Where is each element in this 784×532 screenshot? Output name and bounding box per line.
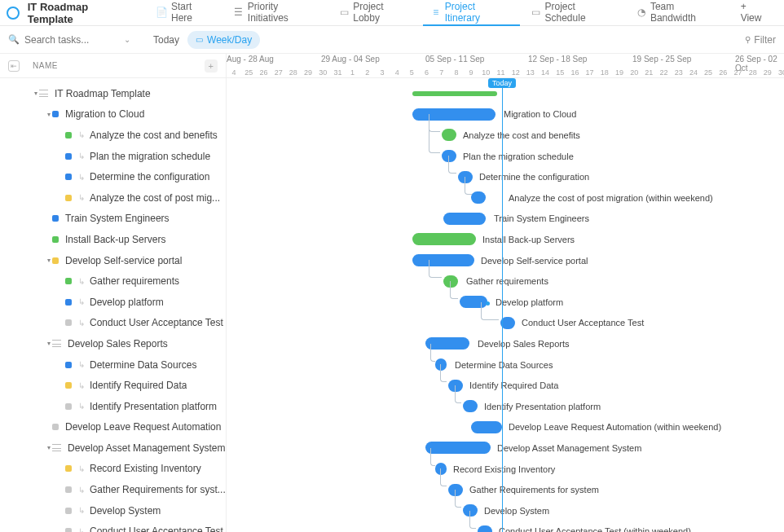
task-row[interactable]: ↳Determine Data Sources	[0, 354, 226, 376]
gantt-row: Gather requirements	[227, 270, 784, 292]
dependency-connector	[465, 177, 473, 195]
gantt-bar-label: Develop Asset Management System	[497, 443, 641, 453]
list-icon: ☰	[234, 7, 244, 17]
today-badge: Today	[488, 78, 516, 88]
add-view-button[interactable]: + View	[733, 0, 777, 26]
task-label: Develop Leave Request Automation	[65, 421, 221, 433]
task-row[interactable]: ▾Develop Sales Reports	[0, 333, 226, 354]
expand-toggle[interactable]: ▾	[46, 257, 52, 264]
dependency-connector	[440, 468, 447, 486]
task-label: Conduct User Acceptance Test	[90, 317, 223, 328]
task-row[interactable]: ▾Migration to Cloud	[0, 104, 226, 125]
gantt-bar[interactable]	[412, 108, 496, 121]
task-row[interactable]: ↳Develop System	[0, 500, 226, 521]
tab-label: Team Bandwidth	[650, 1, 721, 24]
dependency-connector	[440, 364, 447, 382]
filter-button[interactable]: ⚲ Filter	[745, 34, 776, 46]
task-label: Identify Presentation platform	[90, 401, 217, 412]
gantt-bar[interactable]	[412, 233, 476, 245]
gantt-row: Migration to Cloud	[227, 104, 784, 125]
gantt-bar[interactable]	[412, 91, 497, 96]
task-row[interactable]: Install Back-up Servers	[0, 229, 226, 250]
task-row[interactable]: ▾Develop Self-service portal	[0, 250, 226, 271]
tab-project-schedule[interactable]: ▭ Project Schedule	[523, 0, 625, 26]
add-column-button[interactable]: +	[205, 59, 218, 73]
task-row[interactable]: ↳Conduct User Acceptance Test	[0, 521, 226, 532]
task-row[interactable]: ↳Gather requirements	[0, 270, 226, 292]
today-button[interactable]: Today	[153, 34, 179, 46]
task-row[interactable]: ↳Gather Requirements for syst...	[0, 479, 226, 500]
task-row[interactable]: ↳Analyze the cost and benefits	[0, 125, 226, 146]
gantt-bar[interactable]	[443, 213, 486, 225]
task-row[interactable]: ↳Plan the migration schedule	[0, 146, 226, 167]
search-icon: 🔍	[8, 34, 20, 45]
weekday-toggle[interactable]: ▭ Week/Day	[187, 31, 260, 49]
task-label: Develop platform	[90, 297, 164, 308]
task-row[interactable]: ↳Determine the configuration	[0, 166, 226, 187]
gantt-row: Analyze the cost and benefits	[227, 125, 784, 146]
tab-team-bandwidth[interactable]: ◔ Team Bandwidth	[628, 0, 729, 26]
subtask-icon: ↳	[78, 319, 86, 328]
task-label: Analyze the cost of post mig...	[90, 192, 220, 204]
task-row[interactable]: ▾Develop Asset Management System	[0, 437, 226, 459]
weekday-label: Week/Day	[207, 34, 252, 46]
task-label: Determine Data Sources	[90, 359, 196, 371]
task-row[interactable]: ▾IT Roadmap Template	[0, 83, 226, 104]
gantt-bar[interactable]	[478, 525, 492, 532]
gantt-bar[interactable]	[463, 400, 478, 412]
toolbar: 🔍 ⌄ Today ▭ Week/Day ⚲ Filter	[0, 26, 784, 54]
task-row[interactable]: Develop Leave Request Automation	[0, 417, 226, 438]
task-label: Migration to Cloud	[65, 108, 144, 120]
task-row[interactable]: ↳Conduct User Acceptance Test	[0, 313, 226, 334]
expand-toggle[interactable]: ▾	[46, 340, 52, 347]
task-row[interactable]: ↳Record Existing Inventory	[0, 459, 226, 480]
name-column-header: NAME	[33, 61, 58, 70]
dependency-connector	[448, 156, 456, 174]
chevron-down-icon[interactable]: ⌄	[124, 35, 130, 44]
gantt-bar[interactable]	[471, 191, 486, 204]
subtask-icon: ↳	[78, 381, 86, 390]
subtask-icon: ↳	[78, 506, 86, 515]
gantt-bar[interactable]	[442, 129, 456, 141]
expand-toggle[interactable]: ▾	[33, 90, 39, 97]
status-bullet	[52, 257, 59, 264]
subtask-icon: ↳	[78, 527, 86, 532]
tab-start-here[interactable]: 📄 Start Here	[149, 0, 222, 26]
week-range-label: Aug - 28 Aug	[227, 55, 274, 64]
doc-icon: 📄	[157, 7, 167, 17]
task-row[interactable]: ↳Identify Presentation platform	[0, 396, 226, 417]
expand-toggle[interactable]: ▾	[46, 111, 52, 118]
tab-project-lobby[interactable]: ▭ Project Lobby	[331, 0, 419, 26]
gantt-bar[interactable]	[425, 442, 491, 454]
gantt-bar[interactable]	[412, 254, 474, 266]
list-icon	[52, 340, 61, 347]
gantt-bar-label: Develop Leave Request Automation (within…	[509, 422, 721, 432]
subtask-icon: ↳	[78, 360, 86, 369]
status-bullet	[65, 508, 72, 514]
day-label: 30	[775, 68, 784, 77]
search-input[interactable]	[24, 34, 114, 46]
dependency-connector	[455, 490, 461, 508]
collapse-sidebar-button[interactable]: ⇤	[8, 60, 20, 72]
status-bullet	[65, 299, 72, 306]
task-row[interactable]: ↳Identify Required Data	[0, 375, 226, 396]
gantt-row: Determine the configuration	[227, 166, 784, 187]
search-box[interactable]: 🔍 ⌄	[8, 34, 130, 46]
gantt-row: Develop Leave Request Automation (within…	[227, 417, 784, 438]
task-row[interactable]: Train System Engineers	[0, 209, 226, 230]
dependency-connector	[429, 115, 440, 153]
tab-priority-initiatives[interactable]: ☰ Priority Initiatives	[226, 0, 328, 26]
task-label: Install Back-up Servers	[65, 234, 165, 245]
day-label: 13	[523, 68, 538, 77]
gantt-row: Analyze the cost of post migration (with…	[227, 187, 784, 209]
task-row[interactable]: ↳Develop platform	[0, 292, 226, 313]
gantt-bar-label: Conduct User Acceptance Test	[522, 318, 644, 328]
tab-project-itinerary[interactable]: ≡ Project Itinerary	[423, 0, 520, 26]
expand-toggle[interactable]: ▾	[46, 444, 52, 451]
day-label: 2	[360, 68, 375, 77]
timeline[interactable]: Aug - 28 Aug29 Aug - 04 Sep05 Sep - 11 S…	[227, 54, 784, 532]
gantt-bar[interactable]	[471, 421, 502, 433]
task-row[interactable]: ↳Analyze the cost of post mig...	[0, 187, 226, 209]
gantt-row: Determine Data Sources	[227, 354, 784, 376]
timeline-body[interactable]: Today Migration to CloudAnalyze the cost…	[227, 78, 784, 532]
